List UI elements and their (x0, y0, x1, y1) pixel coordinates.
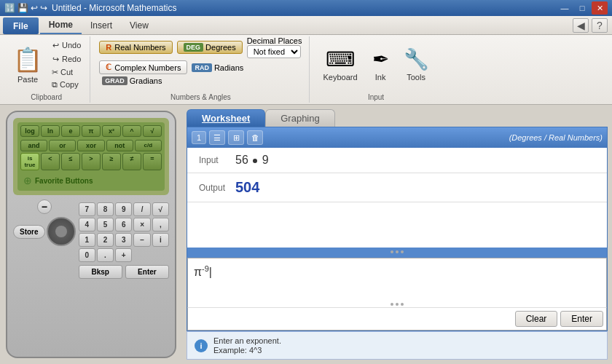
deg-label: DEG (184, 43, 204, 52)
multiply-button[interactable]: × (133, 218, 150, 232)
istrue-button[interactable]: is true (20, 153, 39, 170)
enter-button[interactable]: Enter (560, 311, 603, 327)
x2-button[interactable]: x² (102, 125, 121, 137)
le-button[interactable]: ≤ (61, 153, 80, 170)
save-icon[interactable]: 💾 (17, 3, 28, 13)
real-numbers-button[interactable]: R Real Numbers (99, 41, 172, 54)
cut-button[interactable]: ✂ Cut (50, 67, 84, 78)
backspace-button[interactable]: Bksp (79, 265, 122, 279)
ln-button[interactable]: ln (41, 125, 60, 137)
minus-round-button[interactable]: − (37, 199, 52, 214)
pi-button[interactable]: π (82, 125, 101, 137)
gradians-label: Gradians (130, 76, 162, 85)
radians-label: Radians (214, 63, 243, 72)
complex-numbers-button[interactable]: ℂ Complex Numbers (99, 60, 187, 74)
rad-label: RAD (192, 63, 212, 72)
grid-view-button[interactable]: ⊞ (228, 130, 244, 145)
dot-button[interactable]: . (97, 248, 114, 262)
and-button[interactable]: and (20, 140, 47, 151)
divide-button[interactable]: / (133, 202, 150, 216)
maximize-button[interactable]: □ (574, 1, 590, 15)
cut-icon: ✂ (52, 68, 58, 77)
insert-menu[interactable]: Insert (82, 16, 121, 34)
view-menu[interactable]: View (121, 16, 157, 34)
num2-button[interactable]: 2 (97, 233, 114, 247)
ink-icon: ✒ (372, 47, 389, 71)
decimal-select[interactable]: Not fixed (247, 45, 301, 58)
undo-button[interactable]: ↩ Undo (50, 39, 84, 52)
num9-button[interactable]: 9 (115, 202, 132, 216)
not-button[interactable]: not (106, 140, 133, 151)
dot3 (401, 250, 404, 253)
close-button[interactable]: ✕ (592, 1, 608, 15)
tools-button[interactable]: 🔧 Tools (398, 39, 435, 91)
sqrt2-button[interactable]: √ (152, 202, 169, 216)
comma-button[interactable]: , (152, 218, 169, 232)
undo-icon[interactable]: ↩ (31, 3, 38, 13)
plus-button[interactable]: + (115, 248, 132, 262)
ink-label: Ink (375, 73, 386, 82)
power-button[interactable]: ^ (122, 125, 141, 137)
num7-button[interactable]: 7 (79, 202, 95, 216)
ink-button[interactable]: ✒ Ink (366, 39, 395, 91)
ne-button[interactable]: ≠ (122, 153, 141, 170)
paste-button[interactable]: 📋 Paste (9, 44, 47, 86)
minus-button[interactable]: − (133, 233, 150, 247)
input-group: ⌨ Keyboard ✒ Ink 🔧 Tools Input (311, 36, 440, 103)
num6-button[interactable]: 6 (115, 218, 132, 232)
num1-button[interactable]: 1 (79, 233, 95, 247)
help-button[interactable]: ? (592, 18, 608, 33)
store-button[interactable]: Store (13, 225, 45, 239)
ge-button[interactable]: ≥ (102, 153, 121, 170)
copy-button[interactable]: ⧉ Copy (50, 79, 84, 90)
page-num-button[interactable]: 1 (192, 131, 206, 144)
eq-button[interactable]: = (143, 153, 162, 170)
num0-button[interactable]: 0 (79, 248, 95, 262)
xor-button[interactable]: xor (77, 140, 104, 151)
minimize-button[interactable]: — (557, 1, 573, 15)
input-box[interactable]: π-9| (187, 258, 607, 301)
clear-button[interactable]: Clear (515, 311, 558, 327)
or-button[interactable]: or (49, 140, 76, 151)
redo-icon[interactable]: ↪ (40, 3, 47, 13)
tab-worksheet[interactable]: Worksheet (187, 109, 265, 127)
calc-func-row1: log ln e π x² ^ √ (20, 125, 162, 137)
list-view-button[interactable]: ☰ (209, 130, 225, 145)
gt-button[interactable]: > (82, 153, 101, 170)
num5-button[interactable]: 5 (97, 218, 114, 232)
clipboard-group: 📋 Paste ↩ Undo ↪ Redo ✂ Cut (3, 36, 90, 103)
titlebar-icons: 🔢 💾 ↩ ↪ (4, 3, 47, 13)
i-button[interactable]: i (152, 233, 169, 247)
num4-button[interactable]: 4 (79, 218, 95, 232)
input-actions: Clear Enter (187, 307, 607, 331)
dot4 (391, 303, 393, 306)
file-menu[interactable]: File (3, 17, 39, 34)
num8-button[interactable]: 8 (97, 202, 114, 216)
log-button[interactable]: log (20, 125, 39, 137)
dot6 (401, 303, 404, 306)
output-label: Output (199, 183, 235, 193)
delete-button[interactable]: 🗑 (247, 130, 263, 145)
fav-plus-icon[interactable]: ⊕ (23, 175, 32, 186)
nav-back-button[interactable]: ◀ (573, 18, 589, 33)
e-button[interactable]: e (61, 125, 80, 137)
info-icon: i (195, 339, 208, 352)
calc-screen-area: log ln e π x² ^ √ and or xor not c/ (13, 118, 169, 195)
tab-graphing[interactable]: Graphing (265, 109, 334, 127)
keyboard-button[interactable]: ⌨ Keyboard (317, 39, 363, 91)
numbers-group: R Real Numbers DEG Degrees Decimal Place… (92, 36, 310, 103)
cut-label: Cut (60, 68, 73, 76)
home-menu[interactable]: Home (40, 16, 82, 34)
degrees-button[interactable]: DEG Degrees (177, 41, 243, 54)
num3-button[interactable]: 3 (115, 233, 132, 247)
nav-ring[interactable] (47, 217, 76, 246)
sqrt-button[interactable]: √ (143, 125, 162, 137)
enter-calc-button[interactable]: Enter (125, 265, 169, 279)
cd-button[interactable]: c/d (135, 140, 162, 151)
calc-numpad: 7 8 9 / √ 4 5 6 × , 1 2 3 − i (79, 199, 169, 279)
undo-icon: ↩ (52, 41, 59, 50)
lt-button[interactable]: < (41, 153, 60, 170)
redo-button[interactable]: ↪ Redo (50, 53, 84, 66)
calc-logic-row: and or xor not c/d (20, 140, 162, 151)
input-exp: -9 (202, 264, 209, 273)
